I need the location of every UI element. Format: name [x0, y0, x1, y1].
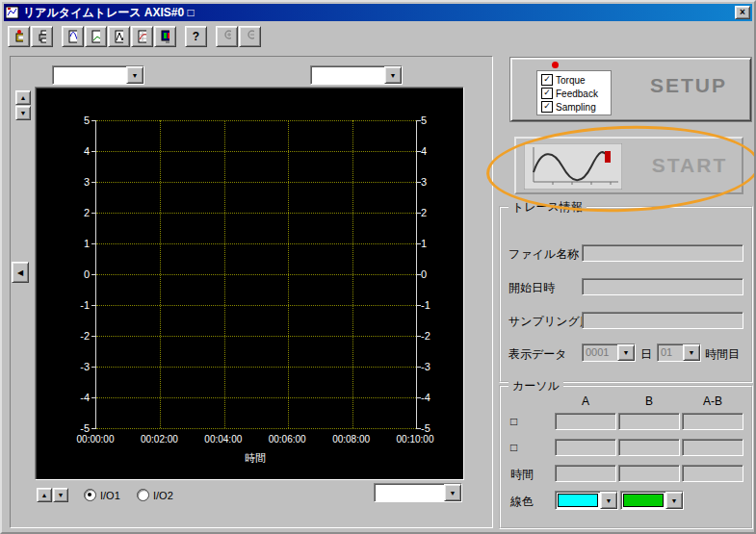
chevron-down-icon[interactable]: ▼ [126, 66, 143, 84]
cursor-cell-b2 [618, 439, 680, 456]
close-button[interactable]: × [735, 6, 750, 19]
line-color-label: 線色 [510, 494, 534, 510]
display-icon[interactable] [154, 26, 176, 47]
y-axis-right: 543210-1-2-3-4-5 [421, 120, 459, 428]
chevron-down-icon[interactable]: ▼ [600, 492, 617, 509]
title-bar[interactable]: リアルタイムトレース AXIS#0 □ × [4, 4, 752, 21]
signal-checkbox-panel: ✓ Torque ✓ Feedback ✓ Sampling [536, 70, 612, 115]
io2-radio-label: I/O2 [153, 490, 173, 501]
cursor-cell-a1 [555, 413, 616, 430]
vertical-slider-handle[interactable]: ◀ [12, 262, 29, 283]
sampling-period-field [582, 312, 743, 329]
checkbox-icon: ✓ [541, 101, 553, 113]
cursor-cell-a3 [555, 465, 616, 482]
trace-info-group: トレース情報 ファイル名称 開始日時 サンプリング周期 表示データ 0001 ▼… [499, 206, 753, 383]
toolbar: ? [8, 25, 262, 48]
setup-button-label[interactable]: SETUP [635, 74, 743, 97]
checkbox-icon: ✓ [541, 74, 553, 86]
chevron-down-icon[interactable]: ▼ [617, 344, 635, 361]
scroll-down-button[interactable]: ▼ [53, 488, 68, 502]
radio-icon[interactable] [84, 489, 96, 501]
display-day-combo[interactable]: 0001 ▼ [582, 343, 636, 362]
torque-checkbox-label: Torque [556, 75, 586, 86]
chevron-down-icon[interactable]: ▼ [665, 492, 683, 509]
print-icon[interactable] [31, 26, 53, 47]
toolbar-separator [177, 26, 185, 47]
cursor-group: カーソル A B A-B □ □ 時間 線色 ▼ ▼ [499, 385, 753, 529]
file-name-label: ファイル名称 [508, 246, 579, 263]
col-ab-header: A-B [682, 394, 743, 408]
combo-value: 0001 [583, 344, 617, 361]
scroll-up-button[interactable]: ▲ [37, 488, 52, 502]
scale-down-button[interactable]: ▼ [15, 106, 31, 120]
dual-wave-icon[interactable] [108, 26, 130, 47]
combo-value [53, 66, 126, 84]
combo-value [311, 66, 384, 84]
scale-up-button[interactable]: ▲ [15, 90, 31, 105]
start-graph-icon [524, 143, 622, 193]
cursor-cell-ab2 [682, 439, 743, 456]
cursor-cell-b3 [618, 465, 680, 482]
color-swatch-green [623, 494, 664, 507]
toolbar-separator [54, 26, 62, 47]
start-button[interactable]: START [514, 137, 743, 194]
status-led [552, 62, 559, 68]
col-b-header: B [618, 394, 680, 408]
cursor-cell-ab1 [682, 413, 743, 430]
grid-chart-icon[interactable] [131, 26, 153, 47]
channel-top-right-combo[interactable]: ▼ [310, 65, 403, 85]
plot-area [95, 120, 417, 428]
chevron-down-icon[interactable]: ▼ [444, 484, 461, 501]
line-color-a-combo[interactable]: ▼ [555, 491, 618, 510]
io1-radio[interactable]: I/O1 [84, 489, 120, 501]
zoom-out-icon[interactable] [239, 26, 261, 47]
toolbar-separator [208, 26, 216, 47]
io1-radio-label: I/O1 [100, 490, 120, 501]
display-data-label: 表示データ [508, 346, 567, 363]
display-hour-combo[interactable]: 01 ▼ [657, 343, 701, 362]
feedback-checkbox-label: Feedback [556, 89, 598, 99]
trend-icon[interactable] [85, 26, 107, 47]
sampling-checkbox-label: Sampling [556, 102, 596, 113]
y-axis-left: 543210-1-2-3-4-5 [36, 120, 90, 428]
chart-canvas: 543210-1-2-3-4-5 543210-1-2-3-4-5 00:00:… [35, 87, 464, 480]
x-axis: 00:00:0000:02:0000:04:0000:06:0000:08:00… [95, 434, 415, 447]
window-title: リアルタイムトレース AXIS#0 □ [23, 5, 735, 21]
zoom-in-icon[interactable] [216, 26, 238, 47]
chevron-down-icon[interactable]: ▼ [384, 66, 402, 84]
radio-icon[interactable] [137, 489, 149, 501]
file-name-field [582, 244, 743, 262]
chevron-down-icon[interactable]: ▼ [683, 344, 700, 361]
help-icon[interactable]: ? [185, 26, 207, 47]
cursor-cell-b1 [618, 413, 680, 430]
display-day-unit: 日 [640, 346, 652, 363]
cursor-cell-ab3 [682, 465, 743, 482]
trace-setup-icon[interactable] [8, 26, 30, 47]
start-time-label: 開始日時 [508, 280, 555, 296]
io2-radio[interactable]: I/O2 [137, 489, 173, 501]
channel-bottom-combo[interactable]: ▼ [374, 483, 462, 502]
combo-value: 01 [658, 344, 683, 361]
sampling-checkbox[interactable]: ✓ Sampling [541, 101, 609, 113]
checkbox-icon: ✓ [541, 88, 553, 99]
start-button-label: START [641, 154, 738, 177]
app-icon [6, 6, 19, 19]
feedback-checkbox[interactable]: ✓ Feedback [541, 88, 609, 99]
x-axis-title: 時間 [95, 451, 415, 466]
cursor-row2-label: □ [510, 441, 517, 454]
channel-top-left-combo[interactable]: ▼ [52, 65, 144, 85]
app-window: リアルタイムトレース AXIS#0 □ × ? [0, 0, 756, 534]
cursor-row1-label: □ [510, 415, 517, 428]
col-a-header: A [555, 394, 616, 408]
wave-icon[interactable] [62, 26, 84, 47]
torque-checkbox[interactable]: ✓ Torque [541, 74, 609, 86]
cursor-cell-a2 [555, 439, 616, 456]
display-hour-unit: 時間目 [705, 346, 740, 363]
trace-info-title: トレース情報 [508, 199, 587, 216]
color-swatch-cyan [558, 494, 598, 507]
start-time-field [582, 278, 743, 295]
setup-panel[interactable]: ✓ Torque ✓ Feedback ✓ Sampling SETUP [510, 58, 751, 121]
cursor-time-label: 時間 [510, 467, 534, 483]
line-color-b-combo[interactable]: ▼ [620, 491, 684, 510]
cursor-title: カーソル [508, 378, 563, 394]
